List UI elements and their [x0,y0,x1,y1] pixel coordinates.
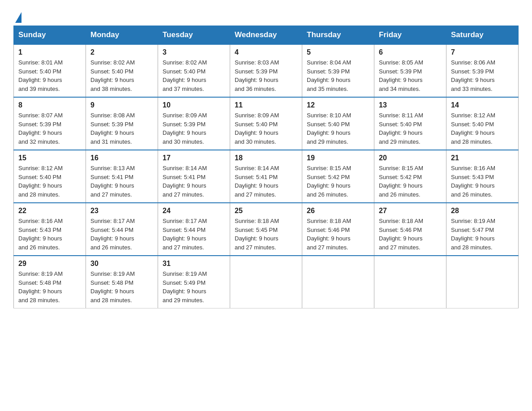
calendar-cell: 10 Sunrise: 8:09 AMSunset: 5:39 PMDaylig… [158,97,230,150]
header [13,9,519,21]
calendar-cell: 20 Sunrise: 8:15 AMSunset: 5:42 PMDaylig… [374,150,446,203]
day-number: 16 [90,154,153,162]
day-info: Sunrise: 8:12 AMSunset: 5:40 PMDaylight:… [451,112,495,145]
day-number: 23 [90,207,153,215]
calendar-cell: 30 Sunrise: 8:19 AMSunset: 5:48 PMDaylig… [86,256,158,308]
day-number: 26 [307,207,369,215]
calendar-cell: 29 Sunrise: 8:19 AMSunset: 5:48 PMDaylig… [14,256,86,308]
day-number: 10 [163,101,225,109]
day-number: 2 [90,48,153,56]
calendar-header-tuesday: Tuesday [158,26,230,45]
calendar-cell: 19 Sunrise: 8:15 AMSunset: 5:42 PMDaylig… [302,150,374,203]
logo-triangle-icon [15,12,21,23]
day-info: Sunrise: 8:02 AMSunset: 5:40 PMDaylight:… [163,59,207,92]
day-info: Sunrise: 8:08 AMSunset: 5:39 PMDaylight:… [90,112,135,145]
day-number: 25 [235,207,297,215]
day-info: Sunrise: 8:19 AMSunset: 5:47 PMDaylight:… [451,218,495,251]
calendar-cell: 11 Sunrise: 8:09 AMSunset: 5:40 PMDaylig… [230,97,302,150]
calendar-header-row: SundayMondayTuesdayWednesdayThursdayFrid… [14,26,519,45]
calendar-cell: 24 Sunrise: 8:17 AMSunset: 5:44 PMDaylig… [158,203,230,256]
calendar-week-row: 1 Sunrise: 8:01 AMSunset: 5:40 PMDayligh… [14,44,519,97]
day-number: 1 [18,48,81,56]
day-number: 12 [307,101,369,109]
day-info: Sunrise: 8:15 AMSunset: 5:42 PMDaylight:… [307,165,351,198]
day-number: 11 [235,101,297,109]
day-info: Sunrise: 8:17 AMSunset: 5:44 PMDaylight:… [90,218,135,251]
day-number: 13 [379,101,442,109]
day-number: 9 [90,101,153,109]
day-info: Sunrise: 8:09 AMSunset: 5:39 PMDaylight:… [163,112,207,145]
day-info: Sunrise: 8:15 AMSunset: 5:42 PMDaylight:… [379,165,423,198]
day-info: Sunrise: 8:17 AMSunset: 5:44 PMDaylight:… [163,218,207,251]
day-info: Sunrise: 8:18 AMSunset: 5:46 PMDaylight:… [307,218,351,251]
calendar-cell: 18 Sunrise: 8:14 AMSunset: 5:41 PMDaylig… [230,150,302,203]
day-number: 6 [379,48,442,56]
day-info: Sunrise: 8:18 AMSunset: 5:45 PMDaylight:… [235,218,279,251]
calendar-cell: 7 Sunrise: 8:06 AMSunset: 5:39 PMDayligh… [446,44,519,97]
day-number: 5 [307,48,369,56]
calendar-cell: 31 Sunrise: 8:19 AMSunset: 5:49 PMDaylig… [158,256,230,308]
calendar-header-monday: Monday [86,26,158,45]
calendar-cell: 3 Sunrise: 8:02 AMSunset: 5:40 PMDayligh… [158,44,230,97]
day-info: Sunrise: 8:04 AMSunset: 5:39 PMDaylight:… [307,59,351,92]
calendar-cell: 23 Sunrise: 8:17 AMSunset: 5:44 PMDaylig… [86,203,158,256]
day-info: Sunrise: 8:13 AMSunset: 5:41 PMDaylight:… [90,165,135,198]
day-number: 24 [163,207,225,215]
calendar-week-row: 22 Sunrise: 8:16 AMSunset: 5:43 PMDaylig… [14,203,519,256]
day-number: 27 [379,207,442,215]
day-number: 17 [163,154,225,162]
calendar-cell: 14 Sunrise: 8:12 AMSunset: 5:40 PMDaylig… [446,97,519,150]
calendar-week-row: 29 Sunrise: 8:19 AMSunset: 5:48 PMDaylig… [14,256,519,308]
day-number: 21 [451,154,514,162]
day-number: 28 [451,207,514,215]
day-number: 18 [235,154,297,162]
calendar-week-row: 8 Sunrise: 8:07 AMSunset: 5:39 PMDayligh… [14,97,519,150]
day-info: Sunrise: 8:19 AMSunset: 5:49 PMDaylight:… [163,270,207,304]
day-number: 19 [307,154,369,162]
calendar-cell: 25 Sunrise: 8:18 AMSunset: 5:45 PMDaylig… [230,203,302,256]
calendar-table: SundayMondayTuesdayWednesdayThursdayFrid… [13,26,519,308]
day-info: Sunrise: 8:10 AMSunset: 5:40 PMDaylight:… [307,112,351,145]
day-info: Sunrise: 8:12 AMSunset: 5:40 PMDaylight:… [18,165,63,198]
calendar-cell: 27 Sunrise: 8:18 AMSunset: 5:46 PMDaylig… [374,203,446,256]
calendar-cell: 9 Sunrise: 8:08 AMSunset: 5:39 PMDayligh… [86,97,158,150]
day-info: Sunrise: 8:11 AMSunset: 5:40 PMDaylight:… [379,112,423,145]
day-info: Sunrise: 8:02 AMSunset: 5:40 PMDaylight:… [90,59,135,92]
calendar-cell: 17 Sunrise: 8:14 AMSunset: 5:41 PMDaylig… [158,150,230,203]
day-number: 7 [451,48,514,56]
day-number: 3 [163,48,225,56]
calendar-cell: 1 Sunrise: 8:01 AMSunset: 5:40 PMDayligh… [14,44,86,97]
calendar-cell: 12 Sunrise: 8:10 AMSunset: 5:40 PMDaylig… [302,97,374,150]
day-info: Sunrise: 8:14 AMSunset: 5:41 PMDaylight:… [163,165,207,198]
logo [13,9,21,21]
calendar-cell [302,256,374,308]
day-number: 29 [18,260,81,268]
day-info: Sunrise: 8:18 AMSunset: 5:46 PMDaylight:… [379,218,423,251]
day-info: Sunrise: 8:19 AMSunset: 5:48 PMDaylight:… [90,270,135,304]
calendar-cell [230,256,302,308]
day-info: Sunrise: 8:06 AMSunset: 5:39 PMDaylight:… [451,59,495,92]
calendar-cell: 5 Sunrise: 8:04 AMSunset: 5:39 PMDayligh… [302,44,374,97]
day-info: Sunrise: 8:01 AMSunset: 5:40 PMDaylight:… [18,59,63,92]
day-info: Sunrise: 8:03 AMSunset: 5:39 PMDaylight:… [235,59,279,92]
day-info: Sunrise: 8:14 AMSunset: 5:41 PMDaylight:… [235,165,279,198]
calendar-cell: 22 Sunrise: 8:16 AMSunset: 5:43 PMDaylig… [14,203,86,256]
calendar-cell: 6 Sunrise: 8:05 AMSunset: 5:39 PMDayligh… [374,44,446,97]
calendar-cell: 13 Sunrise: 8:11 AMSunset: 5:40 PMDaylig… [374,97,446,150]
day-number: 8 [18,101,81,109]
day-number: 22 [18,207,81,215]
calendar-cell: 21 Sunrise: 8:16 AMSunset: 5:43 PMDaylig… [446,150,519,203]
day-number: 20 [379,154,442,162]
calendar-header-friday: Friday [374,26,446,45]
day-info: Sunrise: 8:09 AMSunset: 5:40 PMDaylight:… [235,112,279,145]
calendar-cell: 16 Sunrise: 8:13 AMSunset: 5:41 PMDaylig… [86,150,158,203]
calendar-header-wednesday: Wednesday [230,26,302,45]
calendar-header-thursday: Thursday [302,26,374,45]
day-number: 30 [90,260,153,268]
day-info: Sunrise: 8:05 AMSunset: 5:39 PMDaylight:… [379,59,423,92]
calendar-header-saturday: Saturday [446,26,519,45]
day-info: Sunrise: 8:19 AMSunset: 5:48 PMDaylight:… [18,270,63,304]
calendar-cell: 4 Sunrise: 8:03 AMSunset: 5:39 PMDayligh… [230,44,302,97]
calendar-cell: 15 Sunrise: 8:12 AMSunset: 5:40 PMDaylig… [14,150,86,203]
day-number: 14 [451,101,514,109]
